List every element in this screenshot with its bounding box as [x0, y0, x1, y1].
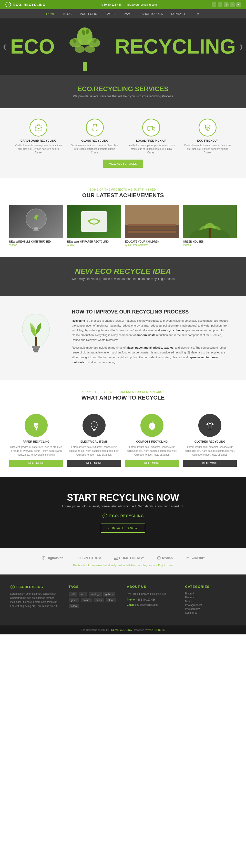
footer-tag-gallery[interactable]: gallery — [103, 592, 115, 596]
what-section: PAPER RECYCLING Different grades of pape… — [0, 411, 246, 477]
top-bar: ECO. RECYCLING +380 40 123 456 info@your… — [0, 0, 246, 9]
footer-tag-nature[interactable]: nature — [81, 598, 92, 602]
partner-digitalside-icon — [41, 556, 45, 560]
footer-tag-video[interactable]: video — [69, 604, 79, 608]
recycle-compost: COMPOST RECYCLING Lorem ipsum dolor sit … — [125, 414, 179, 467]
svg-rect-27 — [128, 231, 176, 233]
svg-rect-14 — [148, 126, 152, 130]
nav-portfolio[interactable]: PORTFOLIO — [76, 9, 101, 19]
companies-link[interactable]: companies — [90, 564, 102, 567]
contact-info: +380 40 123 456 info@yourrecycling.com — [100, 3, 157, 6]
what-title: WHAT AND HOW TO RECYCLE — [5, 395, 241, 401]
paper-title: PAPER RECYCLING — [9, 440, 63, 443]
footer-cat-news[interactable]: News — [185, 600, 236, 603]
svg-rect-44 — [78, 557, 79, 559]
service-eco-title: ECO FRIENDLY — [183, 139, 232, 142]
idea-subtitle: We always thrive to produce new ideas th… — [5, 277, 241, 281]
partner-digitalside: Digitalside — [41, 556, 64, 560]
achievements-sub: SOME OF THE PROJECTS WE JUST FINISHED — [5, 188, 241, 191]
svg-point-16 — [153, 130, 154, 131]
achievement-children: EDUCATE YOUR CHILDREN Audio, Photography — [125, 205, 179, 246]
footer-wordpress-link[interactable]: WORDPRESS — [148, 628, 165, 631]
achievement-windmill-type: Videos — [9, 244, 63, 246]
paper-read-more-button[interactable]: READ MORE — [9, 460, 63, 467]
clothes-shirt-icon — [204, 420, 216, 431]
footer-cat-featured[interactable]: Featured — [185, 596, 236, 599]
email-icon[interactable]: ✉ — [236, 2, 241, 7]
partner-wildsurf-icon — [186, 556, 191, 560]
footer-bottom: Eco Recycling ©2019 by PREMIUMCODING | P… — [0, 625, 246, 634]
clothes-read-more-button[interactable]: READ MORE — [183, 460, 237, 467]
site-logo-text: ECO. RECYCLING — [13, 3, 45, 7]
achievement-children-title: EDUCATE YOUR CHILDREN — [125, 240, 179, 243]
electrical-read-more-button[interactable]: READ MORE — [67, 460, 121, 467]
nav-pages[interactable]: PAGES — [101, 9, 120, 19]
nav-image[interactable]: IMAGE — [120, 9, 137, 19]
twitter-icon[interactable]: t — [212, 2, 216, 7]
svg-rect-25 — [128, 224, 176, 226]
svg-point-7 — [85, 45, 95, 53]
footer-premiumcoding-link[interactable]: PREMIUMCODING — [110, 628, 132, 631]
electrical-title: ELECTRICAL ITEMS — [67, 440, 121, 443]
svg-point-15 — [148, 130, 150, 131]
contact-us-button[interactable]: CONTACT US NOW — [101, 524, 145, 533]
svg-rect-20 — [81, 211, 107, 232]
services-header: ECO.RECYCLING SERVICES We provide severa… — [0, 75, 246, 103]
footer-tags: bulbecoecologygallerygreennaturepaperpla… — [69, 592, 119, 608]
hero-next-arrow[interactable]: ❯ — [239, 43, 243, 50]
partner-testlab-icon — [157, 556, 161, 560]
logo-icon — [5, 2, 11, 8]
facebook-icon[interactable]: f — [218, 2, 222, 7]
nav-home[interactable]: HOME — [42, 9, 59, 19]
footer-tag-plant[interactable]: plant — [106, 598, 116, 602]
partners-section: Digitalside SPECTRUM HOME ENERGY — [0, 548, 246, 575]
nav-shortcodes[interactable]: SHORTCODES — [137, 9, 167, 19]
footer-aboutus-col: ABOUT US Rds. 1000 Ljubljana Celestele 1… — [127, 585, 178, 615]
footer-tag-green[interactable]: green — [69, 598, 80, 602]
service-glass: GLASS RECYCLING Vestibulum ante ipsum pr… — [70, 119, 119, 154]
footer-address: Rds. 1000 Ljubljana Celestele 13b — [127, 592, 178, 596]
recycle-paper: PAPER RECYCLING Different grades of pape… — [9, 414, 63, 467]
services-arrow-down — [118, 103, 128, 108]
compost-read-more-button[interactable]: READ MORE — [125, 460, 179, 467]
start-section: START RECYCLING NOW Lorem ipsum dolor si… — [0, 477, 246, 548]
footer-cat-photography[interactable]: Photography — [185, 608, 236, 610]
achievement-paper-type: Audio — [67, 244, 121, 246]
footer-tag-paper[interactable]: paper — [94, 598, 104, 602]
achievement-img-children — [125, 205, 179, 238]
idea-section: NEW ECO RECYCLE IDEA We always thrive to… — [0, 257, 246, 296]
google-icon[interactable]: g — [224, 2, 228, 7]
footer-tags-col: TAGS bulbecoecologygallerygreennaturepap… — [69, 585, 119, 615]
paper-icon-bg — [25, 414, 48, 437]
partner-home-energy: HOME ENERGY — [114, 556, 144, 560]
footer-tag-eco[interactable]: eco — [79, 592, 87, 596]
svg-rect-39 — [93, 429, 96, 430]
footer-cat-blogroll[interactable]: Blogroll — [185, 592, 236, 595]
footer-tag-ecology[interactable]: ecology — [89, 592, 102, 596]
paper-desc: Different grades of paper are used to pr… — [9, 445, 63, 457]
achievement-greenhouse-type: Videos — [183, 244, 237, 246]
footer-cat-sculptures[interactable]: Sculptures — [185, 611, 236, 614]
rss-icon[interactable]: r — [230, 2, 235, 7]
view-all-button[interactable]: VIEW ALL SERVICES — [103, 160, 143, 168]
svg-rect-26 — [128, 227, 176, 229]
start-logo: ECO. RECYCLING — [5, 513, 241, 518]
achievement-greenhouse-title: GREEN HOUSES — [183, 240, 237, 243]
hero-eco-text: ECO — [10, 36, 55, 57]
hero-prev-arrow[interactable]: ❮ — [3, 43, 7, 50]
electrical-bulb-icon — [88, 420, 100, 431]
footer-tag-bulb[interactable]: bulb — [69, 592, 78, 596]
service-eco: ECO FRIENDLY Vestibulum ante ipsum primi… — [183, 119, 232, 154]
services-grid: CARDBOARD RECYCLING Vestibulum ante ipsu… — [8, 119, 238, 154]
footer-aboutus-title: ABOUT US — [127, 585, 178, 589]
nav-buy[interactable]: BUY — [190, 9, 204, 19]
partner-wildsurf: wildsurf — [186, 556, 205, 560]
footer-about-col: ECO. RECYCLING Lorem ipsum dolor sit ame… — [10, 585, 61, 615]
service-eco-desc: Vestibulum ante ipsum primis in fauc ibu… — [183, 144, 232, 154]
service-cardboard-desc: Vestibulum ante ipsum primis in fauc ibu… — [14, 144, 63, 154]
nav-blog[interactable]: BLOG — [59, 9, 76, 19]
services-arrow-container — [0, 103, 246, 108]
recycle-clothes: CLOTHES RECYCLING Lorem ipsum dolor sit … — [183, 414, 237, 467]
footer-cat-photographers[interactable]: Photographers — [185, 604, 236, 607]
nav-contact[interactable]: CONTACT — [167, 9, 190, 19]
